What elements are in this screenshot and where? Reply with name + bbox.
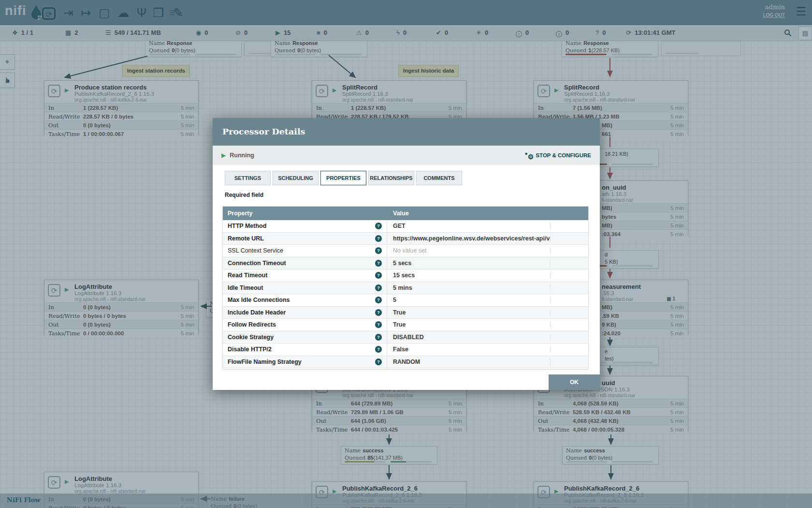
property-row: HTTP Method?GET (223, 220, 588, 233)
dialog-status-bar: ▶ Running ■⚙ STOP & CONFIGURE (213, 146, 600, 165)
tab-relationships[interactable]: RELATIONSHIPS (368, 171, 414, 185)
tab-settings[interactable]: SETTINGS (225, 171, 271, 185)
help-icon[interactable]: ? (375, 260, 382, 267)
run-status-text: Running (230, 152, 254, 159)
help-icon[interactable]: ? (375, 346, 382, 353)
help-icon[interactable]: ? (375, 297, 382, 303)
processor-details-dialog: Processor Details ▶ Running ■⚙ STOP & CO… (213, 118, 600, 390)
value-column-header: Value (387, 210, 588, 217)
help-icon[interactable]: ? (375, 223, 382, 229)
property-row: Connection Timeout?5 secs (223, 257, 588, 270)
required-field-note: Required field (225, 192, 263, 198)
dialog-tabs: SETTINGS SCHEDULING PROPERTIES RELATIONS… (225, 171, 464, 185)
property-row: Cookie Strategy?DISABLED (223, 331, 588, 344)
table-header: Property Value (223, 207, 588, 220)
running-icon: ▶ (221, 152, 226, 159)
property-row: Disable HTTP/2?False (223, 344, 588, 356)
tab-properties[interactable]: PROPERTIES (320, 171, 366, 185)
property-row: Attributes to Send?No value set (223, 368, 588, 370)
ok-button[interactable]: OK (549, 374, 600, 390)
dialog-title: Processor Details (213, 118, 600, 146)
tab-comments[interactable]: COMMENTS (416, 171, 462, 185)
help-icon[interactable]: ? (375, 235, 382, 242)
help-icon[interactable]: ? (375, 334, 382, 341)
help-icon[interactable]: ? (375, 359, 382, 365)
property-row: Read Timeout?15 secs (223, 269, 588, 282)
tab-scheduling[interactable]: SCHEDULING (273, 171, 319, 185)
help-icon[interactable]: ? (375, 272, 382, 279)
property-row: FlowFile Naming Strategy?RANDOM (223, 356, 588, 369)
properties-table: Property Value HTTP Method?GET Remote UR… (222, 206, 589, 370)
property-row: Follow Redirects?True (223, 319, 588, 331)
property-row: Remote URL?https://www.pegelonline.wsv.d… (223, 233, 588, 245)
property-row: Include Date Header?True (223, 307, 588, 319)
property-column-header: Property (223, 210, 387, 217)
help-icon[interactable]: ? (375, 284, 382, 291)
property-row: SSL Context Service?No value set (223, 245, 588, 257)
help-icon[interactable]: ? (375, 309, 382, 316)
help-icon[interactable]: ? (375, 247, 382, 254)
stop-and-configure-button[interactable]: ■⚙ STOP & CONFIGURE (525, 151, 591, 159)
help-icon[interactable]: ? (375, 321, 382, 328)
property-row: Max Idle Connections?5 (223, 294, 588, 307)
stop-configure-icon: ■⚙ (525, 151, 533, 159)
property-row: Idle Timeout?5 mins (223, 282, 588, 295)
